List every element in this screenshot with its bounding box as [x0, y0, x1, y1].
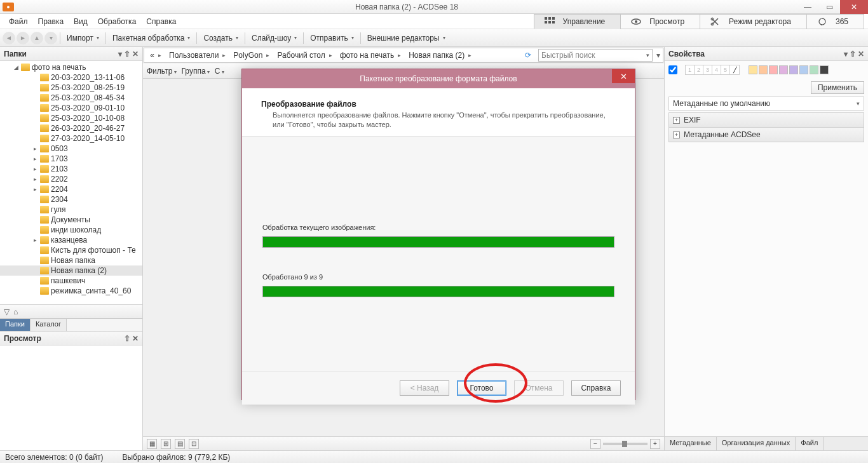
view-btn[interactable]: ⊡ [189, 439, 199, 449]
toolbar-slideshow[interactable]: Слайд-шоу [248, 32, 301, 44]
dialog-close-button[interactable]: ✕ [612, 69, 635, 83]
chevron-down-icon[interactable]: ▾ [646, 52, 649, 58]
panel-menu-icon[interactable]: ▾ [844, 50, 848, 58]
meta-preset-select[interactable]: Метаданные по умолчанию▾ [668, 97, 864, 111]
tree-tool-icon[interactable]: ⌂ [13, 307, 18, 316]
view-btn[interactable]: ⊞ [161, 439, 171, 449]
crumb[interactable]: Новая папка (2) [405, 48, 475, 62]
menu-edit[interactable]: Правка [33, 15, 69, 28]
crumb[interactable]: Рабочий стол [273, 48, 336, 62]
nav-history[interactable]: ▾ [44, 32, 57, 44]
tree-item[interactable]: 27-03-2020_14-05-10 [0, 133, 142, 144]
finish-button[interactable]: Готово [457, 380, 506, 396]
batch-convert-dialog: Пакетное преобразование формата файлов ✕… [241, 69, 635, 400]
dialog-heading: Преобразование файлов [261, 100, 356, 109]
tab-file[interactable]: Файл [796, 437, 824, 450]
toolbar-send[interactable]: Отправить [306, 32, 358, 44]
tree-item[interactable]: ▸2103 [0, 164, 142, 174]
view-btn[interactable]: ▤ [175, 439, 185, 449]
close-window-button[interactable]: ✕ [840, 0, 868, 14]
crumb[interactable]: PolyGon [229, 48, 273, 62]
toolbar-import[interactable]: Импорт [63, 32, 103, 44]
tree-item[interactable]: 2304 [0, 194, 142, 205]
tree-item[interactable]: ▸2204 [0, 184, 142, 194]
props-checkbox[interactable] [668, 65, 677, 74]
menu-file[interactable]: Файл [4, 15, 33, 28]
rating-box[interactable]: 12345╱ [685, 65, 740, 75]
refresh-icon[interactable]: ⟳ [520, 51, 536, 60]
svg-rect-3 [545, 21, 547, 23]
mode-view[interactable]: Просмотр [620, 14, 700, 29]
minimize-button[interactable]: — [797, 0, 818, 14]
nav-forward[interactable]: ► [17, 32, 29, 44]
acdsee-meta-group[interactable]: +Метаданные ACDSee [668, 127, 864, 142]
progress-total-label: Обработано 9 из 9 [262, 273, 614, 281]
exif-group[interactable]: +EXIF [668, 112, 864, 128]
folder-tree[interactable]: ◢фото на печать 20-03-2020_13-11-0625-03… [0, 61, 142, 304]
tree-item[interactable]: режимка_синта_40_60 [0, 286, 142, 296]
filter-icon[interactable]: ▽ [4, 307, 10, 316]
group-menu[interactable]: Группа [182, 67, 210, 76]
zoom-slider[interactable]: − + [590, 439, 660, 449]
tab-folders[interactable]: Папки [0, 319, 31, 331]
tree-item[interactable]: ▸2202 [0, 174, 142, 184]
status-selected: Выбрано файлов: 9 (779,2 КБ) [122, 453, 230, 462]
tree-item[interactable]: 25-03-2020_08-45-34 [0, 93, 142, 103]
tree-item[interactable]: 25-03-2020_10-10-08 [0, 113, 142, 123]
mode-edit[interactable]: Режим редактора [700, 14, 807, 29]
breadcrumb-bar[interactable]: « Пользователи PolyGon Рабочий стол фото… [144, 48, 663, 63]
tab-organize[interactable]: Организация данных [717, 437, 796, 450]
view-btn[interactable]: ▦ [147, 439, 157, 449]
panel-menu-icon[interactable]: ▾ [118, 50, 122, 58]
tree-item[interactable]: 25-03-2020_08-25-19 [0, 83, 142, 93]
panel-close-icon[interactable]: ✕ [132, 334, 139, 343]
help-button[interactable]: Справка [571, 380, 621, 396]
tree-item[interactable]: Новая папка [0, 255, 142, 265]
apply-button[interactable]: Применить [811, 81, 864, 94]
tab-catalog[interactable]: Каталог [31, 319, 67, 331]
menu-help[interactable]: Справка [141, 15, 181, 28]
nav-up[interactable]: ▲ [31, 32, 43, 44]
zoom-in-icon[interactable]: + [650, 439, 660, 449]
color-labels[interactable] [749, 65, 829, 74]
cancel-button: Отмена [514, 380, 564, 396]
tree-item[interactable]: гуля [0, 205, 142, 215]
mode-365[interactable]: 365 [806, 14, 864, 29]
mode-manage[interactable]: Управление [534, 14, 621, 29]
app-icon: ● [3, 3, 14, 11]
folder-icon [21, 64, 30, 71]
toolbar-batch[interactable]: Пакетная обработка [109, 32, 194, 44]
panel-close-icon[interactable]: ✕ [132, 50, 139, 58]
pin-icon[interactable]: ⇧ [124, 50, 130, 58]
search-input[interactable]: Быстрый поиск▾ [538, 49, 653, 62]
preview-panel-header: Просмотр ⇧✕ [0, 332, 142, 346]
tab-metadata[interactable]: Метаданные [665, 437, 717, 450]
nav-back[interactable]: ◄ [3, 32, 15, 44]
menu-icon[interactable]: ▾ [654, 51, 663, 60]
toolbar-external[interactable]: Внешние редакторы [363, 32, 449, 44]
crumb[interactable]: Пользователи [165, 48, 229, 62]
menu-view[interactable]: Вид [69, 15, 93, 28]
tree-item[interactable]: 25-03-2020_09-01-10 [0, 103, 142, 113]
toolbar-create[interactable]: Создать [200, 32, 242, 44]
tree-item[interactable]: инди шоколад [0, 225, 142, 235]
pin-icon[interactable]: ⇧ [850, 50, 856, 58]
zoom-out-icon[interactable]: − [590, 439, 600, 449]
crumb[interactable]: фото на печать [336, 48, 405, 62]
tree-item[interactable]: 26-03-2020_20-46-27 [0, 123, 142, 133]
tree-item[interactable]: Кисть для фотошоп - Те [0, 245, 142, 255]
tree-item[interactable]: ▸казанцева [0, 235, 142, 245]
folder-icon[interactable]: « [144, 48, 165, 62]
filter-menu[interactable]: Фильтр [147, 67, 177, 76]
panel-close-icon[interactable]: ✕ [858, 50, 864, 58]
tree-item[interactable]: Новая папка (2) [0, 265, 142, 276]
tree-item[interactable]: ▸0503 [0, 144, 142, 154]
tree-item[interactable]: 20-03-2020_13-11-06 [0, 72, 142, 83]
menu-process[interactable]: Обработка [93, 15, 142, 28]
tree-item[interactable]: пашкевич [0, 276, 142, 286]
maximize-button[interactable]: ▭ [818, 0, 840, 14]
sort-menu[interactable]: С [215, 67, 224, 76]
pin-icon[interactable]: ⇧ [124, 334, 130, 343]
tree-item[interactable]: Документы [0, 215, 142, 225]
tree-item[interactable]: ▸1703 [0, 154, 142, 164]
